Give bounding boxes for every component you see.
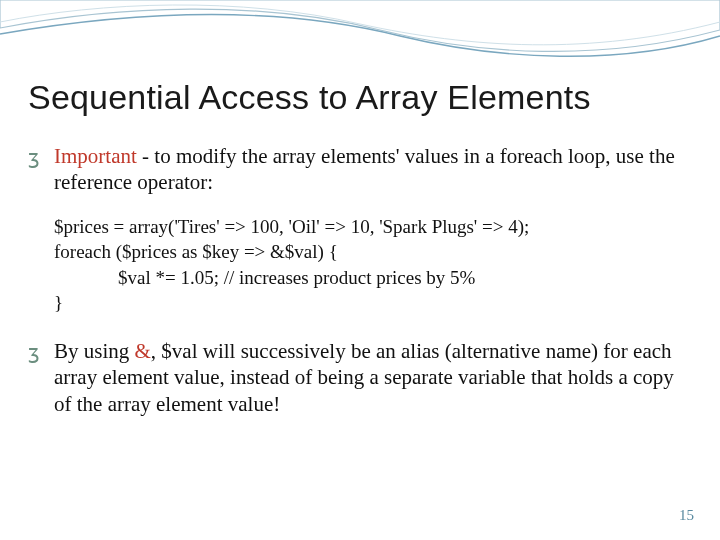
bullet-marker-icon: ʒ (28, 340, 40, 365)
code-line-1: $prices = array('Tires' => 100, 'Oil' =>… (54, 214, 692, 240)
ampersand-keyword: & (135, 339, 151, 363)
bullet-prefix: By using (54, 339, 135, 363)
bullet-by-using: ʒ By using &, $val will successively be … (28, 338, 692, 417)
code-line-3: $val *= 1.05; // increases product price… (54, 265, 692, 291)
bullet-marker-icon: ʒ (28, 145, 40, 170)
page-number: 15 (679, 507, 694, 524)
important-keyword: Important (54, 144, 137, 168)
slide-title: Sequential Access to Array Elements (28, 78, 692, 117)
code-line-2: foreach ($prices as $key => &$val) { (54, 239, 692, 265)
code-block: $prices = array('Tires' => 100, 'Oil' =>… (28, 214, 692, 317)
bullet-text: - to modify the array elements' values i… (54, 144, 675, 194)
bullet-important: ʒ Important - to modify the array elemen… (28, 143, 692, 196)
code-line-4: } (54, 290, 692, 316)
slide: Sequential Access to Array Elements ʒ Im… (0, 0, 720, 540)
